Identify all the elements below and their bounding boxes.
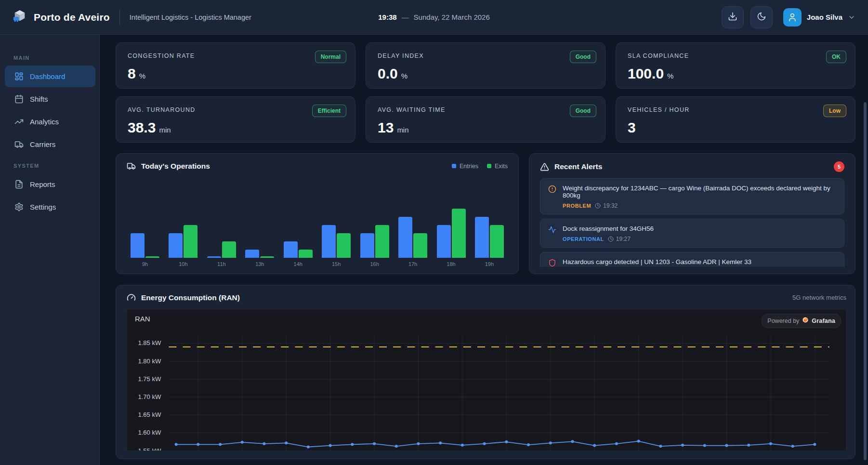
gauge-icon xyxy=(127,293,136,302)
alert-text: Dock reassignment for 34GH56 xyxy=(563,225,654,232)
bars xyxy=(284,207,313,258)
bars xyxy=(245,207,274,258)
alert-meta: PROBLEM19:32 xyxy=(563,202,836,209)
bar-entries xyxy=(245,250,259,258)
moon-icon xyxy=(757,12,766,23)
kpi-label: AVG. WAITING TIME xyxy=(378,106,593,113)
bar-exits xyxy=(413,233,427,258)
bar-group: 9h xyxy=(131,207,159,267)
svg-text:1.60 kW: 1.60 kW xyxy=(138,429,161,437)
bar-exits xyxy=(145,256,159,258)
main-content: CONGESTION RATE8%NormalDELAY INDEX0.0%Go… xyxy=(100,35,868,465)
energy-consumption-panel: Energy Consumption (RAN) 5G network metr… xyxy=(116,285,855,459)
file-text-icon xyxy=(14,180,24,189)
bar-entries xyxy=(131,233,145,258)
sidebar-item-label: Settings xyxy=(30,203,56,211)
energy-subtitle: 5G network metrics xyxy=(792,294,846,301)
bar-entries xyxy=(437,225,451,258)
svg-text:1.65 kW: 1.65 kW xyxy=(138,411,161,418)
sidebar-item-carriers[interactable]: Carriers xyxy=(5,133,95,155)
sidebar-section-label: MAIN xyxy=(13,55,99,61)
vertical-scrollbar[interactable] xyxy=(864,102,867,460)
alerts-title: Recent Alerts xyxy=(554,162,602,171)
bar-entries xyxy=(169,233,183,258)
chevron-down-icon xyxy=(848,13,855,21)
sidebar-section-label: SYSTEM xyxy=(13,163,99,169)
kpi-card: CONGESTION RATE8%Normal xyxy=(116,42,355,89)
sidebar: MAINDashboardShiftsAnalyticsCarriersSYST… xyxy=(0,35,100,465)
kpi-card: DELAY INDEX0.0%Good xyxy=(366,42,605,89)
alert-triangle-icon xyxy=(540,162,549,172)
kpi-value: 0.0 xyxy=(378,66,398,82)
dashboard-icon xyxy=(14,72,24,81)
grafana-panel-title: RAN xyxy=(127,309,846,324)
legend-swatch xyxy=(487,164,491,168)
legend-swatch xyxy=(452,164,456,168)
header-clock: 19:38 — Sunday, 22 March 2026 xyxy=(378,13,490,21)
powered-by-grafana-badge[interactable]: Powered by Grafana xyxy=(762,314,841,328)
bar-entries xyxy=(322,225,336,258)
bar-category-label: 17h xyxy=(408,261,417,267)
alerts-count-badge: 5 xyxy=(834,161,844,172)
bar-entries xyxy=(398,217,412,258)
bar-category-label: 18h xyxy=(447,261,455,267)
alert-item[interactable]: Weight discrepancy for 1234ABC — cargo W… xyxy=(540,178,844,214)
bars xyxy=(398,207,427,258)
operations-legend: EntriesExits xyxy=(452,163,508,170)
bars xyxy=(360,207,389,258)
alert-item[interactable]: Dock reassignment for 34GH56OPERATIONAL1… xyxy=(540,219,844,248)
bar-category-label: 13h xyxy=(255,261,264,267)
sidebar-item-dashboard[interactable]: Dashboard xyxy=(5,66,95,87)
download-icon xyxy=(728,12,737,23)
bar-group: 17h xyxy=(398,207,427,267)
legend-item-exits: Exits xyxy=(487,163,508,170)
sidebar-item-settings[interactable]: Settings xyxy=(5,196,95,218)
bars xyxy=(169,207,197,258)
header-divider xyxy=(119,10,120,25)
bar-group: 11h xyxy=(207,207,236,267)
alert-timestamp: 19:27 xyxy=(616,236,631,242)
clock-icon xyxy=(595,203,601,209)
svg-text:1.75 kW: 1.75 kW xyxy=(138,375,161,383)
activity-icon xyxy=(548,226,556,234)
kpi-card: SLA COMPLIANCE100.0%OK xyxy=(616,42,855,89)
user-avatar xyxy=(783,8,802,27)
kpi-value: 3 xyxy=(628,120,636,136)
sidebar-item-analytics[interactable]: Analytics xyxy=(5,111,95,133)
dark-mode-toggle-button[interactable] xyxy=(750,6,773,28)
app-header: Porto de Aveiro Intelligent Logistics - … xyxy=(0,0,868,35)
sidebar-nav: MAINDashboardShiftsAnalyticsCarriersSYST… xyxy=(0,55,99,218)
trending-up-icon xyxy=(14,117,24,126)
status-badge: Low xyxy=(823,105,846,117)
bar-group: 18h xyxy=(437,207,466,267)
bar-group: 13h xyxy=(245,207,274,267)
alert-item[interactable]: Hazardous cargo detected | UN 1203 - Gas… xyxy=(540,252,844,267)
kpi-value: 13 xyxy=(378,120,394,136)
bar-exits xyxy=(337,233,351,258)
recent-alerts-panel: Recent Alerts 5 Weight discrepancy for 1… xyxy=(529,153,855,274)
alert-text: Hazardous cargo detected | UN 1203 - Gas… xyxy=(563,258,751,266)
truck-icon xyxy=(127,161,136,171)
bar-category-label: 14h xyxy=(294,261,302,267)
operations-bar-chart: 9h10h11h13h14h15h16h17h18h19h xyxy=(127,174,508,267)
status-badge: Normal xyxy=(315,51,346,63)
kpi-label: VEHICLES / HOUR xyxy=(628,106,843,113)
grafana-panel: RAN Powered by Grafana 1.55 kW1.60 kW1.6… xyxy=(127,309,846,451)
kpi-card: AVG. TURNAROUND38.3minEfficient xyxy=(116,96,355,143)
user-menu[interactable]: Joao Silva xyxy=(783,8,855,27)
energy-title: Energy Consumption (RAN) xyxy=(141,293,240,302)
clock-separator: — xyxy=(402,13,409,21)
export-download-button[interactable] xyxy=(722,6,744,28)
sidebar-item-reports[interactable]: Reports xyxy=(5,173,95,195)
todays-operations-panel: Today's Operations EntriesExits 9h10h11h… xyxy=(116,153,519,274)
bar-exits xyxy=(452,209,466,258)
sidebar-item-label: Reports xyxy=(30,180,55,188)
kpi-value-row: 38.3min xyxy=(128,120,343,136)
gear-icon xyxy=(14,202,24,212)
shield-icon xyxy=(548,259,556,267)
kpi-value: 100.0 xyxy=(628,66,664,82)
kpi-label: AVG. TURNAROUND xyxy=(128,106,343,113)
clock-time: 19:38 xyxy=(378,13,396,21)
bar-exits xyxy=(222,241,236,258)
sidebar-item-shifts[interactable]: Shifts xyxy=(5,88,95,110)
